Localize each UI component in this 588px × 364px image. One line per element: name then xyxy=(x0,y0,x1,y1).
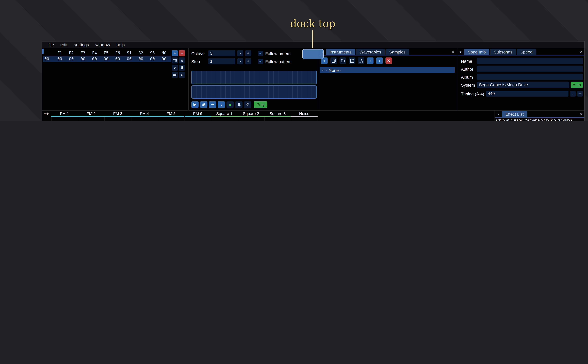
channel-header-square-2[interactable]: Square 2 xyxy=(238,110,264,117)
instruments-tabbar: ▼ InstrumentsWavetablesSamples × xyxy=(319,48,457,55)
author-input[interactable] xyxy=(477,66,583,72)
orders-cell[interactable]: 00 xyxy=(89,57,100,61)
orders-cell[interactable]: 00 xyxy=(100,57,112,61)
chevron-down-icon[interactable]: ▼ xyxy=(495,111,501,117)
instrument-list-item[interactable]: ○- None - xyxy=(320,67,455,73)
instrument-duplicate-button[interactable] xyxy=(330,58,337,64)
channel-separator xyxy=(131,117,132,121)
orders-channel-header: F5 xyxy=(100,51,112,55)
channel-header-fm-3[interactable]: FM 3 xyxy=(104,110,131,117)
pattern-panel[interactable]: ++ FM 1FM 2FM 3FM 4FM 5FM 6Square 1Squar… xyxy=(42,110,495,121)
tuning-increase-button[interactable]: + xyxy=(577,91,583,97)
orders-cell[interactable]: 00 xyxy=(54,57,66,61)
instrument-open-button[interactable] xyxy=(340,58,346,64)
orders-edit-order-button[interactable]: ▸ xyxy=(179,72,185,78)
metronome-icon xyxy=(237,103,241,107)
orders-exchange-button[interactable]: ⇄ xyxy=(172,72,178,78)
orders-remove-button[interactable]: − xyxy=(179,50,185,56)
menu-item-file[interactable]: file xyxy=(45,42,57,47)
step-label: Step xyxy=(191,59,206,64)
orders-duplicate-end-button[interactable]: ⇊ xyxy=(179,65,185,71)
close-icon[interactable]: × xyxy=(578,49,584,55)
orders-cell[interactable]: 00 xyxy=(77,57,89,61)
orders-cell[interactable]: 00 xyxy=(112,57,123,61)
orders-move-down-button[interactable]: ∨ xyxy=(172,65,178,71)
instrument-arrow-down-button[interactable]: ↓ xyxy=(376,58,383,64)
add-icon: + xyxy=(323,58,326,63)
name-row: Name xyxy=(461,58,583,64)
instrument-arrow-up-button[interactable]: ↑ xyxy=(367,58,373,64)
song-info-panel: ▼ Song InfoSubsongsSpeed × Name Author A… xyxy=(457,48,585,110)
play-button[interactable]: ▶ xyxy=(191,101,198,108)
tab-instruments[interactable]: Instruments xyxy=(326,49,355,55)
piano-lower-octave[interactable] xyxy=(191,85,317,99)
play-to-cursor-button[interactable]: ⇥ xyxy=(209,101,216,108)
pattern-corner-expand[interactable]: ++ xyxy=(44,111,49,116)
tab-speed[interactable]: Speed xyxy=(517,49,536,55)
metronome-button[interactable] xyxy=(235,101,243,108)
tab-subsongs[interactable]: Subsongs xyxy=(490,49,516,55)
step-input[interactable]: 1 xyxy=(208,58,235,64)
play-to-cursor-icon: ⇥ xyxy=(211,103,214,107)
repeat-icon: ↻ xyxy=(246,103,249,107)
menu-item-help[interactable]: help xyxy=(113,42,128,47)
tuning-decrease-button[interactable]: - xyxy=(570,91,576,97)
channel-header-fm-6[interactable]: FM 6 xyxy=(185,110,211,117)
close-icon[interactable]: × xyxy=(450,49,456,55)
orders-move-up-button[interactable]: ∧ xyxy=(179,58,185,64)
orders-cell[interactable]: 00 xyxy=(158,57,170,61)
panel-separator xyxy=(188,48,189,110)
channel-header-fm-2[interactable]: FM 2 xyxy=(78,110,104,117)
tab-effect-list[interactable]: Effect List xyxy=(502,111,527,117)
poly-button[interactable]: Poly xyxy=(254,101,267,108)
octave-increase-button[interactable]: + xyxy=(245,50,251,56)
tab-wavetables[interactable]: Wavetables xyxy=(356,49,385,55)
orders-corner-space xyxy=(44,51,54,55)
play-icon: ▶ xyxy=(193,103,196,107)
menu-item-window[interactable]: window xyxy=(92,42,113,47)
name-input[interactable] xyxy=(477,58,583,64)
channel-header-fm-1[interactable]: FM 1 xyxy=(51,110,78,117)
instrument-save-button[interactable] xyxy=(349,58,355,64)
channel-separator xyxy=(291,117,291,121)
octave-decrease-button[interactable]: - xyxy=(237,50,243,56)
orders-add-button[interactable]: + xyxy=(172,50,178,56)
play-pattern-button[interactable]: ◉ xyxy=(200,101,207,108)
instrument-delete-button[interactable]: ✕ xyxy=(385,58,392,64)
step-decrease-button[interactable]: - xyxy=(237,58,243,64)
tuning-input[interactable]: 440 xyxy=(486,91,568,97)
piano-upper-octave[interactable] xyxy=(191,71,317,84)
menu-item-edit[interactable]: edit xyxy=(57,42,71,47)
repeat-button[interactable]: ↻ xyxy=(244,101,251,108)
system-input[interactable]: Sega Genesis/Mega Drive xyxy=(477,82,569,88)
step-row-button[interactable]: ↓ xyxy=(218,101,225,108)
auto-system-button[interactable]: Auto xyxy=(571,82,583,88)
dock-top-target[interactable] xyxy=(302,49,324,59)
tab-song-info[interactable]: Song Info xyxy=(464,49,489,55)
orders-cell[interactable]: 00 xyxy=(66,57,77,61)
orders-row-number[interactable]: 00 xyxy=(44,57,54,61)
instrument-toggle-folders-button[interactable] xyxy=(358,58,364,64)
orders-duplicate-button[interactable] xyxy=(172,58,178,64)
close-icon[interactable]: × xyxy=(578,111,584,117)
orders-cell[interactable]: 00 xyxy=(147,57,158,61)
menu-item-settings[interactable]: settings xyxy=(71,42,92,47)
channel-header-square-1[interactable]: Square 1 xyxy=(211,110,238,117)
channel-header-square-3[interactable]: Square 3 xyxy=(264,110,291,117)
step-increase-button[interactable]: + xyxy=(245,58,251,64)
annotation-dock-top: dock top xyxy=(290,18,336,30)
tab-samples[interactable]: Samples xyxy=(386,49,409,55)
follow-pattern-checkbox[interactable]: ✓ xyxy=(258,59,263,64)
channel-header-fm-4[interactable]: FM 4 xyxy=(131,110,158,117)
chevron-down-icon[interactable]: ▼ xyxy=(458,49,463,55)
stop-button[interactable]: ● xyxy=(226,101,234,108)
channel-header-noise[interactable]: Noise xyxy=(291,110,317,117)
octave-input[interactable]: 3 xyxy=(208,50,235,56)
orders-cell[interactable]: 00 xyxy=(135,57,147,61)
channel-header-fm-5[interactable]: FM 5 xyxy=(158,110,184,117)
follow-orders-checkbox[interactable]: ✓ xyxy=(258,51,263,56)
orders-cell[interactable]: 00 xyxy=(123,57,135,61)
piano-widget[interactable] xyxy=(191,71,317,99)
orders-value-row[interactable]: 0000000000000000000000 xyxy=(44,57,170,61)
album-input[interactable] xyxy=(477,74,583,80)
